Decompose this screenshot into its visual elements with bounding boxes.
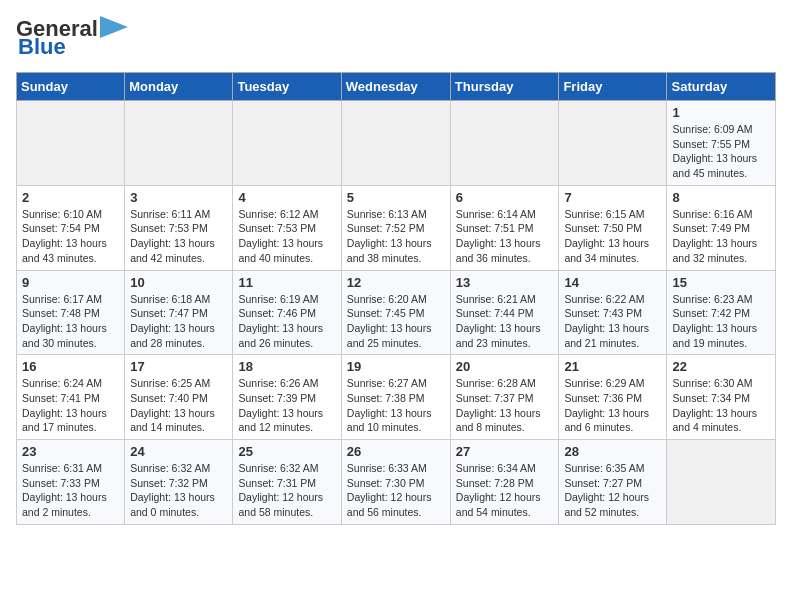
day-info: Sunrise: 6:12 AM Sunset: 7:53 PM Dayligh… [238,207,335,266]
day-number: 22 [672,359,770,374]
calendar-cell: 15Sunrise: 6:23 AM Sunset: 7:42 PM Dayli… [667,270,776,355]
day-number: 20 [456,359,554,374]
calendar-cell: 22Sunrise: 6:30 AM Sunset: 7:34 PM Dayli… [667,355,776,440]
calendar-cell: 17Sunrise: 6:25 AM Sunset: 7:40 PM Dayli… [125,355,233,440]
day-info: Sunrise: 6:15 AM Sunset: 7:50 PM Dayligh… [564,207,661,266]
day-number: 9 [22,275,119,290]
day-info: Sunrise: 6:10 AM Sunset: 7:54 PM Dayligh… [22,207,119,266]
day-number: 3 [130,190,227,205]
day-info: Sunrise: 6:34 AM Sunset: 7:28 PM Dayligh… [456,461,554,520]
day-info: Sunrise: 6:30 AM Sunset: 7:34 PM Dayligh… [672,376,770,435]
day-number: 15 [672,275,770,290]
calendar-cell [125,101,233,186]
day-header-monday: Monday [125,73,233,101]
day-info: Sunrise: 6:31 AM Sunset: 7:33 PM Dayligh… [22,461,119,520]
day-info: Sunrise: 6:32 AM Sunset: 7:32 PM Dayligh… [130,461,227,520]
day-number: 6 [456,190,554,205]
day-number: 4 [238,190,335,205]
calendar-cell: 4Sunrise: 6:12 AM Sunset: 7:53 PM Daylig… [233,185,341,270]
calendar-cell: 14Sunrise: 6:22 AM Sunset: 7:43 PM Dayli… [559,270,667,355]
day-number: 16 [22,359,119,374]
calendar-week-1: 1Sunrise: 6:09 AM Sunset: 7:55 PM Daylig… [17,101,776,186]
day-number: 2 [22,190,119,205]
calendar-cell: 3Sunrise: 6:11 AM Sunset: 7:53 PM Daylig… [125,185,233,270]
calendar-cell: 8Sunrise: 6:16 AM Sunset: 7:49 PM Daylig… [667,185,776,270]
calendar-cell: 23Sunrise: 6:31 AM Sunset: 7:33 PM Dayli… [17,440,125,525]
day-info: Sunrise: 6:32 AM Sunset: 7:31 PM Dayligh… [238,461,335,520]
calendar-cell: 25Sunrise: 6:32 AM Sunset: 7:31 PM Dayli… [233,440,341,525]
day-number: 11 [238,275,335,290]
day-number: 19 [347,359,445,374]
calendar-cell: 24Sunrise: 6:32 AM Sunset: 7:32 PM Dayli… [125,440,233,525]
day-number: 13 [456,275,554,290]
logo-arrow-icon [100,16,128,38]
day-number: 23 [22,444,119,459]
calendar-cell [233,101,341,186]
calendar-cell: 16Sunrise: 6:24 AM Sunset: 7:41 PM Dayli… [17,355,125,440]
calendar-cell [667,440,776,525]
logo-blue: Blue [18,34,66,60]
calendar-cell: 27Sunrise: 6:34 AM Sunset: 7:28 PM Dayli… [450,440,559,525]
calendar-week-4: 16Sunrise: 6:24 AM Sunset: 7:41 PM Dayli… [17,355,776,440]
day-info: Sunrise: 6:22 AM Sunset: 7:43 PM Dayligh… [564,292,661,351]
calendar-cell: 26Sunrise: 6:33 AM Sunset: 7:30 PM Dayli… [341,440,450,525]
day-info: Sunrise: 6:24 AM Sunset: 7:41 PM Dayligh… [22,376,119,435]
day-number: 17 [130,359,227,374]
page-header: General Blue [16,16,776,60]
day-info: Sunrise: 6:25 AM Sunset: 7:40 PM Dayligh… [130,376,227,435]
calendar-cell: 28Sunrise: 6:35 AM Sunset: 7:27 PM Dayli… [559,440,667,525]
day-header-sunday: Sunday [17,73,125,101]
day-number: 1 [672,105,770,120]
day-header-saturday: Saturday [667,73,776,101]
calendar-cell: 9Sunrise: 6:17 AM Sunset: 7:48 PM Daylig… [17,270,125,355]
calendar-cell: 12Sunrise: 6:20 AM Sunset: 7:45 PM Dayli… [341,270,450,355]
calendar-cell: 13Sunrise: 6:21 AM Sunset: 7:44 PM Dayli… [450,270,559,355]
day-info: Sunrise: 6:11 AM Sunset: 7:53 PM Dayligh… [130,207,227,266]
day-number: 25 [238,444,335,459]
day-info: Sunrise: 6:09 AM Sunset: 7:55 PM Dayligh… [672,122,770,181]
calendar-cell: 5Sunrise: 6:13 AM Sunset: 7:52 PM Daylig… [341,185,450,270]
calendar-cell [17,101,125,186]
day-number: 5 [347,190,445,205]
calendar-cell: 18Sunrise: 6:26 AM Sunset: 7:39 PM Dayli… [233,355,341,440]
day-number: 18 [238,359,335,374]
calendar-body: 1Sunrise: 6:09 AM Sunset: 7:55 PM Daylig… [17,101,776,525]
day-info: Sunrise: 6:35 AM Sunset: 7:27 PM Dayligh… [564,461,661,520]
day-info: Sunrise: 6:18 AM Sunset: 7:47 PM Dayligh… [130,292,227,351]
day-info: Sunrise: 6:20 AM Sunset: 7:45 PM Dayligh… [347,292,445,351]
calendar-week-3: 9Sunrise: 6:17 AM Sunset: 7:48 PM Daylig… [17,270,776,355]
day-info: Sunrise: 6:13 AM Sunset: 7:52 PM Dayligh… [347,207,445,266]
calendar-cell [559,101,667,186]
day-header-thursday: Thursday [450,73,559,101]
day-number: 28 [564,444,661,459]
day-info: Sunrise: 6:28 AM Sunset: 7:37 PM Dayligh… [456,376,554,435]
calendar-header-row: SundayMondayTuesdayWednesdayThursdayFrid… [17,73,776,101]
day-number: 24 [130,444,227,459]
day-number: 21 [564,359,661,374]
calendar-cell: 20Sunrise: 6:28 AM Sunset: 7:37 PM Dayli… [450,355,559,440]
calendar-cell: 2Sunrise: 6:10 AM Sunset: 7:54 PM Daylig… [17,185,125,270]
day-number: 26 [347,444,445,459]
day-info: Sunrise: 6:21 AM Sunset: 7:44 PM Dayligh… [456,292,554,351]
day-info: Sunrise: 6:16 AM Sunset: 7:49 PM Dayligh… [672,207,770,266]
calendar-cell [450,101,559,186]
calendar-table: SundayMondayTuesdayWednesdayThursdayFrid… [16,72,776,525]
day-info: Sunrise: 6:19 AM Sunset: 7:46 PM Dayligh… [238,292,335,351]
day-info: Sunrise: 6:23 AM Sunset: 7:42 PM Dayligh… [672,292,770,351]
calendar-cell: 10Sunrise: 6:18 AM Sunset: 7:47 PM Dayli… [125,270,233,355]
calendar-week-5: 23Sunrise: 6:31 AM Sunset: 7:33 PM Dayli… [17,440,776,525]
day-info: Sunrise: 6:17 AM Sunset: 7:48 PM Dayligh… [22,292,119,351]
day-number: 14 [564,275,661,290]
calendar-cell: 11Sunrise: 6:19 AM Sunset: 7:46 PM Dayli… [233,270,341,355]
calendar-cell: 6Sunrise: 6:14 AM Sunset: 7:51 PM Daylig… [450,185,559,270]
day-info: Sunrise: 6:26 AM Sunset: 7:39 PM Dayligh… [238,376,335,435]
day-number: 7 [564,190,661,205]
calendar-week-2: 2Sunrise: 6:10 AM Sunset: 7:54 PM Daylig… [17,185,776,270]
day-header-wednesday: Wednesday [341,73,450,101]
calendar-cell: 7Sunrise: 6:15 AM Sunset: 7:50 PM Daylig… [559,185,667,270]
day-number: 8 [672,190,770,205]
svg-marker-0 [100,16,128,38]
day-number: 27 [456,444,554,459]
day-number: 10 [130,275,227,290]
calendar-cell [341,101,450,186]
